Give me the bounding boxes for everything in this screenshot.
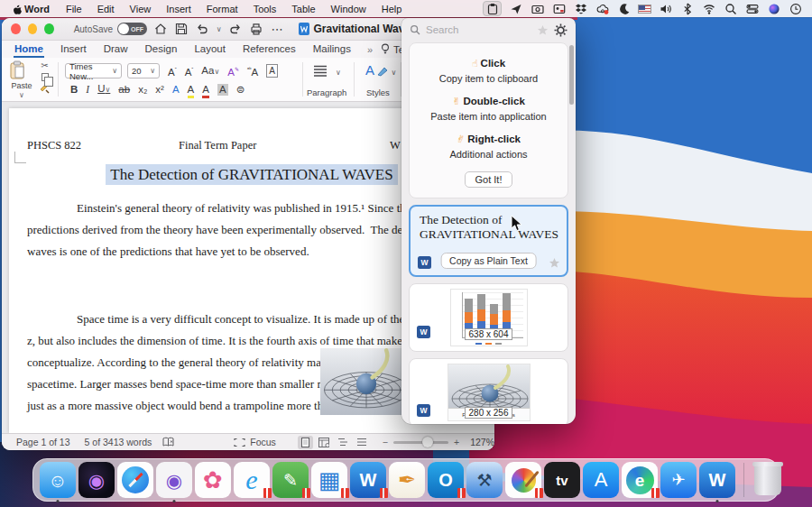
got-it-button[interactable]: Got It! (465, 171, 513, 188)
undo-dropdown-chevron[interactable]: ∨ (217, 25, 222, 33)
menu-insert[interactable]: Insert (166, 4, 191, 14)
more-commands-icon[interactable]: ⋯ (271, 22, 284, 37)
word-count[interactable]: 5 of 3413 words (85, 437, 152, 447)
font-size-select[interactable]: 20∨ (127, 63, 160, 78)
apple-menu-icon[interactable] (9, 2, 24, 15)
clear-formatting-button[interactable]: A✎ (227, 64, 239, 78)
paste-button[interactable]: Paste ∨ (9, 60, 34, 99)
zoom-button[interactable] (44, 23, 54, 34)
dock-apple-tv[interactable]: tv (544, 462, 580, 498)
photo-capture-icon[interactable] (551, 2, 567, 15)
dock-finder[interactable]: ☺ (40, 462, 76, 498)
bluetooth-icon[interactable] (679, 2, 695, 15)
favorite-star-icon[interactable] (549, 257, 560, 269)
menu-word[interactable]: Word (24, 4, 50, 14)
phonetic-guide-button[interactable]: ᵃᵇA (247, 64, 258, 78)
web-layout-view-button[interactable] (317, 436, 332, 449)
outline-view-button[interactable] (336, 436, 351, 449)
menu-window[interactable]: Window (331, 4, 366, 14)
copy-plain-text-button[interactable]: Copy as Plain Text (440, 253, 537, 269)
font-name-select[interactable]: Times New...∨ (65, 63, 122, 78)
control-center-icon[interactable] (744, 2, 760, 15)
redo-icon[interactable] (229, 22, 243, 37)
wifi-icon[interactable] (701, 2, 716, 15)
page-indicator[interactable]: Page 1 of 13 (16, 437, 70, 447)
tab-mailings[interactable]: Mailings (312, 42, 352, 56)
undo-icon[interactable] (196, 22, 209, 37)
paragraph-chevron[interactable]: ∨ (336, 69, 341, 77)
dock-paint-palette[interactable] (505, 462, 541, 498)
cloud-home-icon[interactable] (595, 2, 610, 15)
document-heading-selected[interactable]: The Detection of GRAVITATIONAL WAVES (106, 164, 397, 185)
paste-clipboard-icon[interactable] (483, 1, 502, 16)
search-input[interactable] (426, 24, 531, 35)
tab-design[interactable]: Design (144, 42, 179, 56)
display-mirroring-icon[interactable] (530, 2, 545, 15)
draft-view-button[interactable] (355, 436, 370, 449)
tab-insert[interactable]: Insert (60, 42, 88, 56)
character-border-button[interactable]: A (266, 64, 278, 78)
dropbox-icon[interactable] (573, 2, 588, 15)
cut-icon[interactable]: ✂ (41, 61, 48, 70)
dock-pages[interactable]: ✒ (389, 462, 425, 498)
dock-word-parallels[interactable]: W (350, 462, 386, 498)
autosave-toggle[interactable]: OFF (117, 23, 147, 35)
grow-font-button[interactable]: Aˆ (168, 64, 177, 78)
dock-testflight[interactable]: ✈ (660, 462, 697, 498)
paragraph-menu-button[interactable] (314, 65, 332, 78)
minimize-button[interactable] (28, 23, 38, 34)
menu-help[interactable]: Help (382, 4, 402, 14)
spotlight-search-icon[interactable] (723, 2, 738, 15)
focus-toggle[interactable]: Focus (234, 437, 276, 447)
superscript-button[interactable]: x² (155, 84, 164, 96)
close-button[interactable] (11, 23, 21, 34)
zoom-slider[interactable] (393, 441, 448, 444)
dock-photo-booth[interactable]: ◉ (156, 462, 192, 498)
styles-menu-button[interactable]: A ∨ (365, 62, 396, 78)
settings-gear-icon[interactable] (554, 23, 567, 37)
menu-format[interactable]: Format (207, 4, 238, 14)
save-icon[interactable] (175, 22, 189, 37)
menu-tools[interactable]: Tools (254, 4, 277, 14)
zoom-out-button[interactable]: − (383, 437, 388, 447)
do-not-disturb-moon-icon[interactable] (616, 2, 632, 15)
dock-siri[interactable]: ◉ (78, 462, 115, 498)
tab-home[interactable]: Home (14, 42, 44, 56)
menu-file[interactable]: File (66, 4, 82, 14)
tab-layout[interactable]: Layout (193, 42, 226, 56)
autosave-control[interactable]: AutoSave OFF (74, 23, 147, 35)
zoom-in-button[interactable]: + (454, 437, 459, 447)
enclose-characters-button[interactable]: ⊜ (236, 84, 245, 96)
change-case-button[interactable]: Aa∨ (201, 65, 219, 78)
zoom-slider-thumb[interactable] (422, 437, 433, 447)
menu-view[interactable]: View (130, 4, 152, 14)
tabs-overflow-chevron[interactable]: » (367, 44, 373, 55)
dock-safari[interactable] (117, 462, 153, 498)
dock-word[interactable]: W (699, 462, 735, 498)
us-flag-input-source-icon[interactable] (638, 5, 651, 14)
dock-photos[interactable]: ✿ (195, 462, 231, 498)
spacetime-figure[interactable] (320, 348, 412, 415)
italic-button[interactable]: I (86, 84, 89, 96)
strikethrough-button[interactable]: ab (118, 84, 130, 96)
dock-remote-desktop[interactable]: ▦ (311, 462, 347, 498)
volume-icon[interactable] (658, 2, 673, 15)
clipboard-item-chart-image[interactable]: W 638 x 604 (409, 283, 568, 352)
font-color-button[interactable]: A (202, 84, 209, 96)
text-effects-button[interactable]: A (172, 84, 180, 96)
underline-button[interactable]: U∨ (97, 83, 110, 96)
character-shading-button[interactable]: A (217, 84, 228, 96)
zoom-percentage[interactable]: 127% (470, 437, 494, 447)
copy-icon[interactable] (42, 73, 49, 81)
home-icon[interactable] (154, 22, 168, 37)
panel-scrollbar[interactable] (569, 45, 574, 105)
dock-edge[interactable]: e (622, 462, 658, 498)
dock-internet-explorer[interactable]: e (234, 462, 270, 498)
tab-references[interactable]: References (242, 42, 297, 56)
bold-button[interactable]: B (70, 84, 78, 96)
favorites-filter-icon[interactable] (537, 24, 549, 36)
clock-icon[interactable] (788, 2, 803, 15)
subscript-button[interactable]: x₂ (138, 84, 147, 96)
menu-edit[interactable]: Edit (97, 4, 115, 14)
highlight-color-button[interactable]: A (188, 84, 195, 96)
